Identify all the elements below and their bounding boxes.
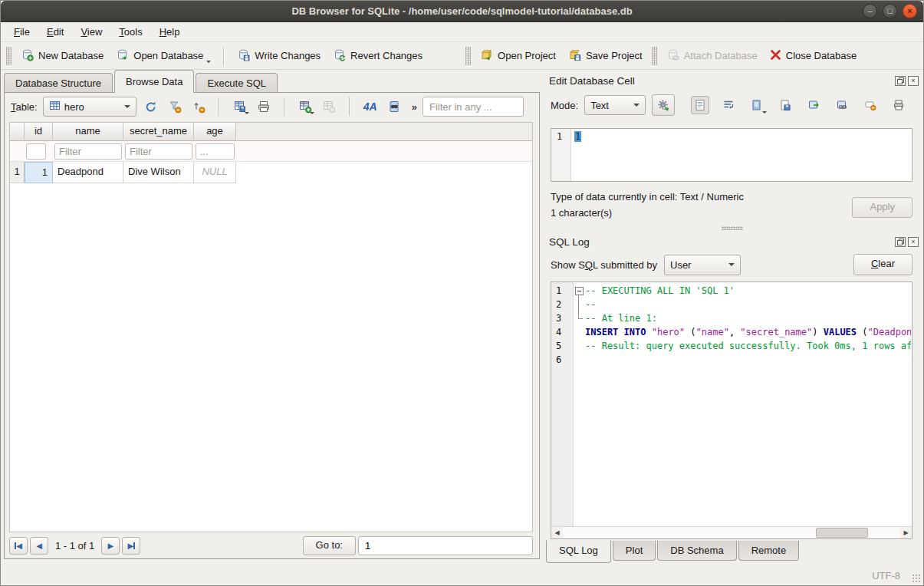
save-project-button[interactable]: Save Project xyxy=(563,45,648,67)
sql-log-hscrollbar[interactable]: ◀ ▶ xyxy=(551,526,912,538)
right-pane: Edit Database Cell × Mode: Text xyxy=(540,70,923,565)
export-cell-data-button[interactable] xyxy=(776,96,794,114)
sql-log-line: 4INSERT INTO "hero" ("name", "secret_nam… xyxy=(551,325,911,339)
scrollbar-thumb[interactable] xyxy=(816,528,868,538)
open-database-button[interactable]: Open Database xyxy=(110,45,216,67)
font-settings-button[interactable]: 4A xyxy=(361,97,380,116)
column-header-secret-name[interactable]: secret_name xyxy=(123,123,194,141)
menu-file[interactable]: File xyxy=(5,24,38,40)
column-header-age[interactable]: age xyxy=(194,123,236,141)
float-dock-icon[interactable] xyxy=(895,76,906,86)
dock-tab-sql-log[interactable]: SQL Log xyxy=(546,540,611,563)
scrollbar-track[interactable] xyxy=(563,527,900,538)
dock-tab-plot[interactable]: Plot xyxy=(613,541,656,561)
table-label: Table: xyxy=(11,101,38,113)
grid-header-row: id name secret_name age xyxy=(10,123,532,141)
main-toolbar: New Database Open Database Write Changes… xyxy=(1,42,923,70)
copy-link-button[interactable] xyxy=(833,96,851,114)
find-in-table-button[interactable] xyxy=(385,97,403,116)
clear-sorting-button[interactable] xyxy=(189,97,208,116)
save-table-button[interactable] xyxy=(231,97,249,116)
revert-changes-button[interactable]: Revert Changes xyxy=(327,45,428,67)
attach-database-button[interactable]: Attach Database xyxy=(661,45,763,67)
row-number[interactable]: 1 xyxy=(10,162,25,183)
toolbar-grip[interactable] xyxy=(652,47,657,65)
last-page-button[interactable]: ▶ xyxy=(122,537,140,555)
save-project-icon xyxy=(568,48,581,64)
word-wrap-button[interactable] xyxy=(719,96,738,114)
filter-input-name[interactable] xyxy=(54,143,122,160)
float-dock-icon[interactable] xyxy=(895,237,906,247)
sql-source-select[interactable]: User xyxy=(664,255,741,275)
refresh-button[interactable] xyxy=(142,97,160,116)
toolbar-grip[interactable] xyxy=(465,47,471,65)
text-mode-button[interactable] xyxy=(691,96,709,114)
goto-button[interactable]: Go to: xyxy=(303,536,356,555)
cell-name[interactable]: Deadpond xyxy=(53,162,123,183)
clear-log-button[interactable]: Clear xyxy=(853,254,912,275)
print-table-button[interactable] xyxy=(255,97,273,116)
set-null-button[interactable] xyxy=(861,96,880,114)
cell-age[interactable]: NULL xyxy=(194,162,236,183)
browse-toolbar-separator xyxy=(349,97,350,116)
close-database-button[interactable]: Close Database xyxy=(765,46,863,66)
filter-input-id[interactable] xyxy=(26,143,46,160)
cell-info-row: Type of data currently in cell: Text / N… xyxy=(544,182,920,223)
sql-log-view[interactable]: 1-- EXECUTING ALL IN 'SQL 1'2--3-- At li… xyxy=(551,281,912,539)
close-dock-icon[interactable]: × xyxy=(908,237,919,247)
maximize-icon[interactable]: □ xyxy=(883,4,897,18)
menu-view[interactable]: View xyxy=(72,24,110,40)
table-select[interactable]: hero xyxy=(43,97,136,117)
close-icon[interactable]: × xyxy=(903,4,917,18)
print-cell-button[interactable] xyxy=(889,96,908,114)
write-changes-button[interactable]: Write Changes xyxy=(232,45,326,67)
insert-record-button[interactable] xyxy=(296,97,314,116)
cell-char-count: 1 character(s) xyxy=(551,207,744,219)
column-header-name[interactable]: name xyxy=(53,123,123,141)
dock-tab-db-schema[interactable]: DB Schema xyxy=(657,541,736,561)
revert-changes-icon xyxy=(333,48,346,64)
filter-input-age[interactable] xyxy=(196,143,235,160)
clear-filters-button[interactable] xyxy=(166,97,184,116)
scroll-right-icon[interactable]: ▶ xyxy=(900,527,912,538)
close-database-icon xyxy=(770,49,781,63)
import-caret-icon xyxy=(762,111,767,114)
next-page-button[interactable]: ▶ xyxy=(101,537,120,555)
auto-switch-mode-button[interactable] xyxy=(652,94,675,116)
close-dock-icon[interactable]: × xyxy=(908,76,919,86)
cell-editor[interactable]: 1 1 xyxy=(551,128,912,182)
minimize-icon[interactable]: – xyxy=(863,4,877,18)
menu-help[interactable]: Help xyxy=(151,24,189,40)
filter-input-secret-name[interactable] xyxy=(125,143,192,160)
cell-secret-name[interactable]: Dive Wilson xyxy=(123,162,194,183)
new-database-button[interactable]: New Database xyxy=(15,45,109,67)
prev-page-button[interactable]: ◀ xyxy=(30,537,48,555)
window-controls: – □ × xyxy=(863,4,917,18)
column-header-id[interactable]: id xyxy=(25,123,53,141)
tab-database-structure[interactable]: Database Structure xyxy=(4,73,113,93)
toolbar-overflow-chevron[interactable]: » xyxy=(412,101,417,113)
dock-tab-remote[interactable]: Remote xyxy=(738,541,800,561)
menu-edit[interactable]: Edit xyxy=(38,24,72,40)
edit-cell-toolbar: Mode: Text xyxy=(544,90,920,119)
delete-record-button[interactable] xyxy=(320,97,338,116)
dock-splitter[interactable] xyxy=(544,223,920,232)
tab-execute-sql[interactable]: Execute SQL xyxy=(196,73,278,93)
tab-browse-data[interactable]: Browse Data xyxy=(114,70,194,93)
mode-select[interactable]: Text xyxy=(584,95,646,115)
toolbar-grip[interactable] xyxy=(6,47,12,65)
first-page-button[interactable]: ◀ xyxy=(9,537,28,555)
open-database-dropdown-icon[interactable] xyxy=(206,61,211,63)
left-pane: Database Structure Browse Data Execute S… xyxy=(1,70,540,565)
filter-any-column-input[interactable] xyxy=(423,97,524,117)
browse-toolbar-separator xyxy=(219,97,220,116)
scroll-left-icon[interactable]: ◀ xyxy=(551,527,563,538)
import-cell-data-button[interactable] xyxy=(748,96,766,114)
apply-button[interactable]: Apply xyxy=(852,197,912,218)
menu-tools[interactable]: Tools xyxy=(110,24,150,40)
cell-id[interactable]: 1 xyxy=(25,162,53,183)
open-project-button[interactable]: Open Project xyxy=(475,45,561,67)
open-in-external-button[interactable] xyxy=(804,96,823,114)
goto-input[interactable] xyxy=(358,536,533,555)
resize-grip[interactable] xyxy=(912,574,921,583)
